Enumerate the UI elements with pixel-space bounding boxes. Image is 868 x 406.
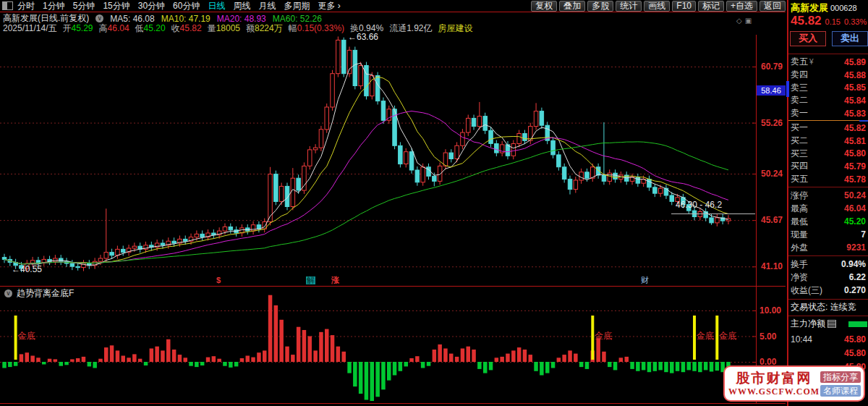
- indicator-bar: [636, 362, 640, 371]
- list-icon[interactable]: [827, 320, 836, 328]
- signal-bar: [14, 316, 17, 360]
- bid-queue: 买一45.82买二45.81买三45.80买四45.79买五45.78: [788, 122, 868, 185]
- main-net-row[interactable]: 主力净额: [791, 318, 867, 330]
- stat-row[interactable]: 最低45.20: [788, 215, 868, 228]
- tick-row: 10:4445.80: [788, 332, 868, 346]
- signal-bar: [693, 316, 696, 360]
- timeframe-tab[interactable]: 分时: [17, 1, 35, 12]
- candle: [331, 74, 335, 107]
- indicator-bar: [619, 358, 624, 362]
- toolbar-button[interactable]: +自选: [726, 1, 757, 12]
- candle: [529, 127, 533, 141]
- candle: [523, 134, 527, 141]
- timeframe-tab[interactable]: 5分钟: [73, 1, 95, 12]
- toolbar-button[interactable]: 叠加: [559, 1, 585, 12]
- indicator-bar: [692, 362, 697, 371]
- buy-button[interactable]: 买入: [790, 31, 826, 46]
- timeframe-tab[interactable]: 1分钟: [43, 1, 65, 12]
- indicator-bar: [375, 362, 380, 397]
- candle: [172, 241, 176, 243]
- chart-corner-icons[interactable]: ◇▣: [736, 17, 754, 25]
- chart-layer: 60.7955.2650.2445.6741.1058.4610.005.000…: [0, 0, 787, 406]
- quote-field: 收45.82: [171, 22, 202, 35]
- main-chart-svg[interactable]: [0, 0, 787, 406]
- stat-row[interactable]: 最高46.04: [788, 202, 868, 215]
- chevron-down-icon[interactable]: ∨: [95, 14, 103, 22]
- toolbar-button[interactable]: 返回: [760, 1, 786, 12]
- timeframe-tab[interactable]: 30分钟: [138, 1, 165, 12]
- candle: [251, 225, 255, 231]
- indicator-bar: [319, 332, 323, 362]
- chevron-down-icon[interactable]: ∨: [4, 289, 12, 297]
- timeframe-tab[interactable]: 日线: [208, 1, 225, 12]
- timeframe-tab[interactable]: 15分钟: [103, 1, 129, 12]
- ask-row[interactable]: 卖一45.83: [788, 107, 868, 120]
- marker-icon[interactable]: ▣: [745, 17, 754, 25]
- candle: [557, 155, 561, 167]
- timeframe-tab[interactable]: 周线: [233, 1, 250, 12]
- diamond-icon[interactable]: ◇: [736, 17, 745, 25]
- timeframe-tab[interactable]: 60分钟: [173, 1, 200, 12]
- indicator-bar: [76, 358, 80, 362]
- candle: [342, 40, 346, 73]
- orderbook-divider: [788, 120, 868, 121]
- toolbar-button[interactable]: 复权: [531, 1, 557, 12]
- divider: [788, 54, 868, 54]
- split-pane-icon[interactable]: [2, 1, 13, 10]
- indicator-name[interactable]: 趋势背离金底F: [17, 287, 74, 300]
- candle: [636, 177, 640, 183]
- stat-row[interactable]: 净资6.22: [788, 271, 868, 284]
- indicator-bar: [404, 362, 409, 366]
- watermark-url: WWW.GSCFW.COM: [728, 386, 820, 397]
- bid-row[interactable]: 买四45.79: [788, 160, 868, 173]
- stat-row[interactable]: 现量7: [788, 228, 868, 241]
- bid-row[interactable]: 买三45.80: [788, 147, 868, 160]
- indicator-bar: [93, 362, 97, 368]
- candle: [257, 225, 261, 229]
- candle: [302, 166, 307, 190]
- indicator-bar: [461, 349, 465, 363]
- candle: [455, 145, 459, 158]
- candle: [234, 230, 239, 233]
- stat-row[interactable]: 外盘9231: [788, 241, 868, 254]
- indicator-bar: [353, 362, 357, 386]
- candle: [365, 66, 369, 96]
- indicator-bar: [409, 358, 414, 362]
- timeframe-tab[interactable]: 多周期: [284, 1, 310, 12]
- ask-row[interactable]: 卖三45.85: [788, 81, 868, 94]
- candle: [64, 261, 69, 263]
- ask-row[interactable]: 卖四45.88: [788, 69, 868, 82]
- toolbar-button[interactable]: 统计: [616, 1, 642, 12]
- ask-row[interactable]: 卖二45.84: [788, 94, 868, 107]
- toolbar-button[interactable]: 画线: [644, 1, 670, 12]
- candle: [506, 145, 510, 156]
- candle: [42, 259, 46, 262]
- indicator-bar: [568, 350, 572, 362]
- toolbar-button[interactable]: 标记: [698, 1, 724, 12]
- toolbar-button[interactable]: F10: [672, 1, 696, 12]
- indicator-bar: [658, 362, 663, 370]
- candle: [591, 167, 595, 178]
- indicator-bar: [704, 362, 708, 370]
- ask-row[interactable]: 卖五¥45.89: [788, 56, 868, 69]
- divider: [788, 299, 868, 300]
- candle: [48, 259, 52, 261]
- candle: [449, 153, 454, 158]
- indicator-bar: [562, 355, 566, 362]
- toolbar-button[interactable]: 多股: [587, 1, 613, 12]
- bid-row[interactable]: 买五45.78: [788, 173, 868, 186]
- indicator-bar: [489, 362, 493, 370]
- sell-button[interactable]: 卖出: [832, 31, 868, 46]
- timeframe-tab[interactable]: 更多 ›: [318, 1, 340, 12]
- bid-row[interactable]: 买二45.81: [788, 135, 868, 148]
- indicator-bar: [144, 362, 148, 365]
- stat-row[interactable]: 收益(三)0.270: [788, 284, 868, 297]
- gold-bottom-label: 金底: [18, 330, 35, 342]
- candle: [200, 234, 205, 237]
- stat-row[interactable]: 涨停50.24: [788, 189, 868, 202]
- stat-row[interactable]: 换手0.94%: [788, 258, 868, 271]
- bid-row[interactable]: 买一45.82: [788, 122, 868, 135]
- indicator-bar: [2, 362, 7, 368]
- candle: [495, 144, 499, 153]
- timeframe-tab[interactable]: 月线: [258, 1, 276, 12]
